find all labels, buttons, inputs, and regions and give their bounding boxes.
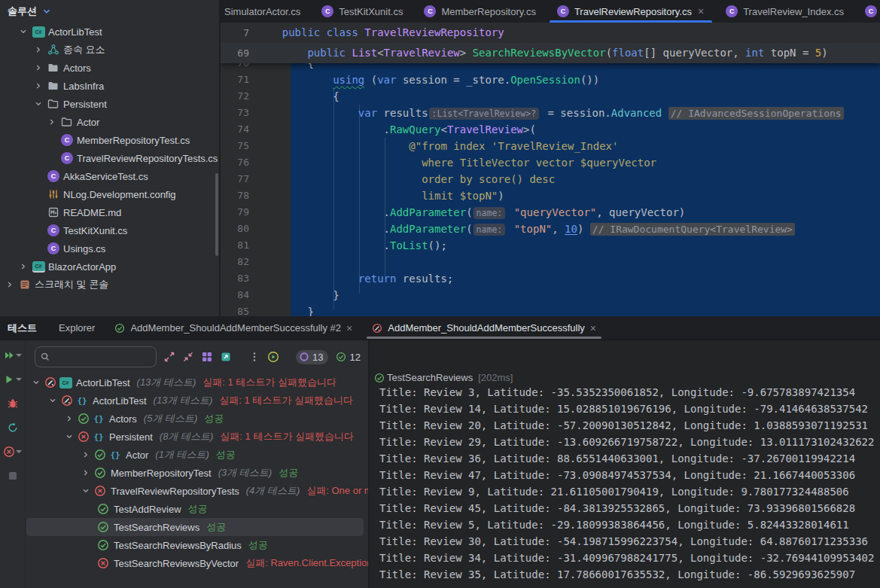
chevron-down-icon[interactable]: [31, 377, 41, 388]
close-icon[interactable]: ×: [590, 323, 596, 334]
test-tree: C#ActorLibTest(13개 테스트)실패: 1 테스트가 실패했습니다…: [26, 373, 368, 572]
solution-tree-item[interactable]: CMemberRepositoryTest.cs: [0, 131, 219, 149]
search-input[interactable]: [52, 352, 151, 363]
line-number: 78: [221, 187, 249, 204]
test-tree-row[interactable]: {}Actors(5개 테스트)성공: [26, 410, 368, 428]
stop-x-button[interactable]: [3, 443, 22, 461]
solution-tree-item[interactable]: CTestKitXunit.cs: [0, 221, 219, 239]
test-tree-row[interactable]: TestSearchReviewsByRadius성공: [26, 536, 368, 554]
editor-tab[interactable]: SimulatorActor.cs: [221, 0, 311, 23]
solution-tree-item[interactable]: Actors: [0, 59, 219, 77]
code-text: .RawQuery<TravelReview>(: [257, 121, 536, 138]
square-button[interactable]: [7, 467, 19, 485]
rerun-failed-button[interactable]: [267, 349, 279, 365]
test-tree-row[interactable]: TestSearchReviewsByVector실패: Raven.Clien…: [26, 554, 368, 572]
bug-button[interactable]: [7, 395, 19, 413]
export-button[interactable]: [220, 349, 232, 365]
code-editor[interactable]: 70 {71 using (var session = _store.OpenS…: [221, 23, 880, 316]
passed-count-filter[interactable]: 12: [333, 350, 365, 364]
solution-tree-item[interactable]: 스크래치 및 콘솔: [0, 276, 219, 294]
editor-tab[interactable]: CMemberRepository.cs: [413, 0, 546, 23]
group-by-button[interactable]: [201, 349, 213, 365]
solution-tree-item[interactable]: C#ActorLibTest: [0, 23, 219, 41]
editor-tab[interactable]: CTestKitXunit.cs: [311, 0, 413, 23]
test-tree-row[interactable]: TestSearchReviews성공: [26, 518, 364, 536]
stop-x-icon: [3, 446, 15, 458]
solution-item-label: NLog.Development.config: [63, 189, 176, 200]
solution-item-label: LabsInfra: [63, 81, 104, 92]
test-panel-tab-label: AddMember_ShouldAddMemberSuccessfully: [388, 322, 585, 334]
test-tree-row[interactable]: {}Persistent(8개 테스트)실패: 1 테스트가 실패했습니다: [26, 428, 368, 446]
close-icon[interactable]: ×: [697, 6, 705, 17]
test-tree-row[interactable]: {}ActorLibTest(13개 테스트)실패: 1 테스트가 실패했습니다: [26, 391, 368, 410]
chevron-down-icon[interactable]: [41, 6, 52, 17]
chevron-right-icon[interactable]: [64, 413, 75, 424]
chevron-down-icon[interactable]: [64, 431, 75, 442]
chevron-right-icon[interactable]: [18, 261, 29, 272]
solution-tree-item[interactable]: CTravelReviewRepositoryTests.cs: [0, 149, 219, 167]
line-number: 81: [221, 237, 249, 254]
close-icon[interactable]: ×: [346, 323, 352, 334]
chevron-right-icon[interactable]: [81, 468, 91, 478]
failed-icon: [78, 431, 90, 443]
solution-tree-item[interactable]: CAkkaServiceTest.cs: [0, 167, 219, 185]
test-panel-tab[interactable]: AddMember_ShouldAddMemberSuccessfully #2…: [105, 316, 362, 340]
editor-code-lines: 70 {71 using (var session = _store.OpenS…: [221, 55, 880, 316]
chevron-down-icon[interactable]: [81, 486, 91, 496]
chevron-right-icon[interactable]: [33, 44, 44, 55]
run-button[interactable]: [3, 370, 22, 388]
solution-tree-item[interactable]: Persistent: [0, 95, 219, 113]
solution-tree-item[interactable]: LabsInfra: [0, 77, 219, 95]
chevron-right-icon[interactable]: [81, 449, 91, 460]
collapse-all-button[interactable]: [182, 349, 194, 365]
test-tree-row[interactable]: {}Actor(1개 테스트)성공: [26, 446, 368, 464]
code-text: using (var session = _store.OpenSession(…: [257, 72, 599, 88]
expand-all-button[interactable]: [163, 349, 175, 365]
solution-tree-item[interactable]: README.md: [0, 203, 219, 221]
test-name: TestAddReview: [114, 504, 181, 515]
solution-tree-item[interactable]: CUsings.cs: [0, 239, 219, 257]
test-tree-row[interactable]: TravelReviewRepositoryTests(4개 테스트)실패: O…: [26, 482, 368, 500]
solution-tree-item[interactable]: C#BlazorActorApp: [0, 257, 219, 276]
test-result: 성공: [279, 466, 298, 480]
more-options-button[interactable]: [248, 349, 260, 365]
test-tree-row[interactable]: TestAddReview성공: [26, 500, 368, 518]
chevron-right-icon[interactable]: [33, 62, 44, 73]
csharp-icon: C: [424, 5, 436, 17]
solution-item-label: 스크래치 및 콘솔: [35, 278, 108, 291]
run-icon: [3, 373, 15, 385]
chevron-right-icon[interactable]: [47, 117, 57, 127]
total-count-filter[interactable]: 13: [296, 350, 328, 364]
editor-tab[interactable]: CTravelReviewRepository.cs×: [547, 0, 715, 23]
chevron-right-icon[interactable]: [33, 81, 44, 91]
scrollbar-thumb[interactable]: [215, 173, 218, 256]
solution-panel-header[interactable]: 솔루션: [0, 0, 219, 23]
scratch-icon: [19, 279, 31, 291]
test-panel-tab[interactable]: AddMember_ShouldAddMemberSuccessfully×: [362, 316, 606, 340]
search-box[interactable]: [35, 346, 157, 367]
run-all-button[interactable]: [3, 346, 22, 364]
test-tree-row[interactable]: C#ActorLibTest(13개 테스트)실패: 1 테스트가 실패했습니다: [26, 373, 368, 391]
code-line: 79 .AddParameter(name: "queryVector", qu…: [221, 204, 880, 221]
test-panel-tab[interactable]: Explorer: [49, 316, 105, 340]
test-tree-row[interactable]: MemberRepositoryTest(3개 테스트)성공: [26, 464, 368, 482]
solution-tree-item[interactable]: Actor: [0, 113, 219, 131]
solution-item-label: TestKitXunit.cs: [63, 225, 127, 236]
chevron-right-icon[interactable]: [5, 279, 15, 290]
solution-tree-item[interactable]: 종속 요소: [0, 41, 219, 59]
test-output-console[interactable]: TestSearchReviews [202ms] Title: Review …: [370, 340, 880, 588]
solution-tree-item[interactable]: NLog.Development.config: [0, 185, 219, 203]
code-line: 76 where TitleVector vector $queryVector: [221, 154, 880, 171]
chevron-down-icon[interactable]: [47, 395, 58, 406]
editor-tab-label: TravelReviewRepository.cs: [574, 6, 692, 17]
editor-tab[interactable]: CMe: [854, 0, 880, 23]
chevron-down-icon[interactable]: [33, 99, 44, 109]
markdown-icon: [47, 206, 59, 218]
chevron-down-icon[interactable]: [18, 26, 29, 37]
editor-tab[interactable]: CTravelReview_Index.cs: [715, 0, 854, 23]
code-line: 77 order by score() desc: [221, 171, 880, 187]
test-count: (13개 테스트): [154, 394, 213, 407]
square-icon: [7, 470, 19, 482]
test-output-lines: Title: Review 3, Latitude: -35.535235006…: [379, 384, 880, 583]
rerun-button[interactable]: [7, 419, 19, 437]
